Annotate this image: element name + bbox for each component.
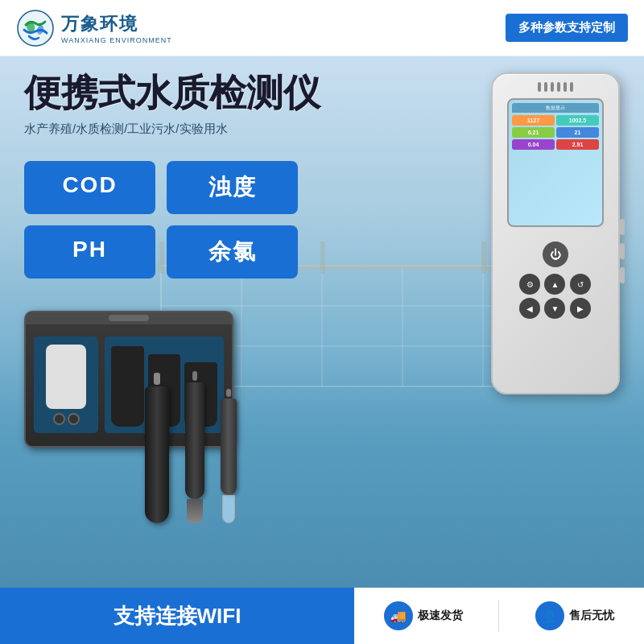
foam-cables (53, 413, 80, 425)
device-top-grille (493, 74, 618, 92)
arrow-up-button[interactable]: ▲ (544, 274, 565, 295)
grille-bar (570, 82, 573, 92)
service-icon: 👤 (535, 601, 564, 630)
service-text: 售后无忧 (569, 609, 614, 623)
param-badge-cod: COD (24, 161, 155, 214)
logo-area: 万象环境 WANXIANG ENVIRONMENT (16, 9, 172, 47)
subtitle: 水产养殖/水质检测/工业污水/实验用水 (24, 122, 362, 137)
arrow-left-button[interactable]: ◀ (519, 298, 540, 319)
foam-cable-1 (53, 413, 65, 425)
refresh-button[interactable]: ↺ (570, 274, 591, 295)
screen-cell-4: 0.04 (512, 139, 555, 150)
shipping-text: 极速发货 (418, 609, 463, 623)
probes-display (145, 371, 237, 523)
footer-badge-service: 👤 售后无忧 (535, 601, 614, 630)
side-button-1[interactable] (620, 219, 625, 235)
screen-data-grid: 1127 1002.5 6.21 21 0.04 2.91 (512, 115, 599, 150)
screen-cell-5: 2.91 (556, 139, 599, 150)
case-lid (26, 312, 232, 324)
probe-connector-3 (226, 389, 231, 397)
main-title: 便携式水质检测仪 (24, 72, 362, 114)
probe-connector-1 (154, 373, 160, 385)
svg-point-0 (18, 10, 53, 46)
nav-buttons: ⚙ ▲ ↺ ◀ ▼ ▶ (519, 274, 592, 343)
footer-left: 支持连接WIFI (0, 602, 354, 630)
side-button-3[interactable] (620, 267, 625, 283)
device-side-buttons (620, 219, 625, 283)
device-screen: 数据显示 1127 1002.5 6.21 21 0.04 2.91 (507, 98, 604, 227)
case-foam-left (34, 336, 98, 433)
grille-bar (538, 82, 541, 92)
wifi-text: 支持连接WIFI (114, 602, 242, 630)
footer-right: 🚚 极速发货 👤 售后无忧 (354, 600, 644, 632)
params-grid: COD 浊度 PH 余氯 (24, 161, 298, 279)
logo-sub: WANXIANG ENVIRONMENT (61, 36, 172, 44)
grille-bar (564, 82, 567, 92)
screen-cell-0: 1127 (512, 115, 555, 126)
settings-button[interactable]: ⚙ (519, 274, 540, 295)
svg-rect-13 (481, 242, 486, 274)
screen-cell-1: 1002.5 (556, 115, 599, 126)
probe-3 (221, 389, 237, 523)
probe-2 (185, 371, 204, 523)
badge-customizable: 多种参数支持定制 (506, 14, 628, 42)
probe-connector-2 (192, 371, 197, 381)
footer-badge-shipping: 🚚 极速发货 (384, 601, 463, 630)
probe-body-1 (145, 386, 169, 523)
handheld-device: 数据显示 1127 1002.5 6.21 21 0.04 2.91 ⏻ (491, 72, 620, 394)
param-badge-turbidity: 浊度 (167, 161, 298, 214)
logo-text-area: 万象环境 WANXIANG ENVIRONMENT (61, 12, 172, 44)
main-content: 便携式水质检测仪 水产养殖/水质检测/工业污水/实验用水 COD 浊度 PH 余… (0, 56, 644, 588)
device-body: 数据显示 1127 1002.5 6.21 21 0.04 2.91 ⏻ (491, 72, 620, 394)
foam-probe-1 (111, 346, 144, 427)
arrow-down-button[interactable]: ▼ (544, 298, 565, 319)
param-badge-chlorine: 余氯 (167, 225, 298, 279)
side-button-2[interactable] (620, 243, 625, 259)
logo-name: 万象环境 (61, 12, 172, 36)
grille-bar (551, 82, 554, 92)
svg-line-19 (443, 266, 483, 306)
logo-icon (16, 9, 55, 47)
probe-tip-2 (187, 499, 203, 523)
screen-cell-2: 6.21 (512, 127, 555, 138)
device-buttons-area: ⏻ ⚙ ▲ ↺ ◀ ▼ (493, 235, 618, 349)
power-button[interactable]: ⏻ (543, 242, 568, 267)
probe-1 (145, 373, 169, 523)
param-badge-ph: PH (24, 225, 155, 279)
probe-body-3 (221, 398, 237, 495)
case-handle (109, 315, 149, 321)
shipping-icon: 🚚 (384, 601, 413, 630)
grille-bar (544, 82, 547, 92)
footer-divider (498, 600, 499, 632)
foam-device-slot (46, 345, 86, 409)
screen-cell-3: 21 (556, 127, 599, 138)
header: 万象环境 WANXIANG ENVIRONMENT 多种参数支持定制 (0, 0, 644, 56)
footer: 支持连接WIFI 🚚 极速发货 👤 售后无忧 (0, 588, 644, 644)
probe-glass-tip (222, 495, 235, 523)
grille-bar (557, 82, 560, 92)
screen-header-bar: 数据显示 (512, 103, 599, 113)
foam-cable-2 (68, 413, 80, 425)
probe-body-2 (185, 382, 204, 499)
arrow-right-button[interactable]: ▶ (570, 298, 591, 319)
